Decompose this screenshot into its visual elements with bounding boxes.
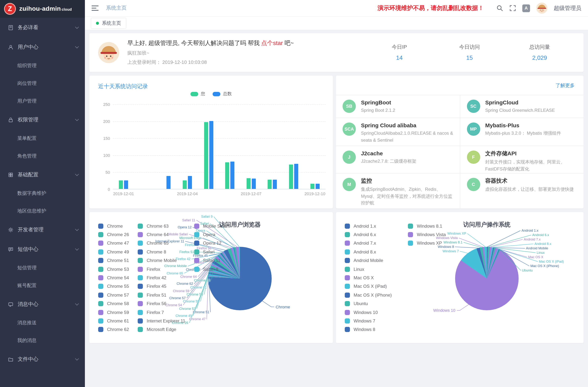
- tech-item[interactable]: SBSpringBootSpring Boot 2.1.2: [336, 95, 460, 118]
- bar[interactable]: [204, 122, 208, 189]
- bar[interactable]: [310, 184, 314, 189]
- legend-item[interactable]: Opera 12: [194, 239, 229, 248]
- sidebar-item-5[interactable]: 短信中心: [0, 239, 85, 259]
- sidebar-subitem[interactable]: 菜单配置: [0, 129, 85, 147]
- legend-item[interactable]: Mac OS X (iPad): [345, 282, 392, 291]
- legend-item[interactable]: Chrome 54: [98, 274, 129, 282]
- legend-item[interactable]: Android 8.x: [345, 247, 392, 256]
- tech-item[interactable]: JJ2cacheJ2cache2.7.8: 二级缓存框架: [336, 146, 460, 173]
- fullscreen-icon[interactable]: [509, 5, 516, 11]
- bar[interactable]: [289, 164, 293, 189]
- legend-item[interactable]: Windows 8.1: [408, 222, 446, 230]
- sidebar-item-3[interactable]: 基础配置: [0, 165, 85, 184]
- tech-item[interactable]: SCSpringCloudSpring Cloud Greenwich.RELE…: [460, 95, 584, 118]
- legend-item[interactable]: Chrome 59: [98, 308, 129, 317]
- legend-item[interactable]: Windows XP: [408, 239, 446, 248]
- legend-item[interactable]: Firefox 56: [138, 299, 185, 308]
- legend-item[interactable]: Chrome 51: [98, 256, 129, 265]
- bar[interactable]: [268, 180, 272, 189]
- legend-item[interactable]: Safari: [194, 247, 229, 256]
- learn-more-link[interactable]: 了解更多: [556, 82, 575, 89]
- legend-item[interactable]: Chrome 53: [98, 265, 129, 274]
- legend-item[interactable]: Chrome Mobile: [138, 256, 185, 265]
- legend-item[interactable]: Chrome 57: [98, 291, 129, 299]
- legend-item[interactable]: Chrome 63: [138, 222, 185, 230]
- bar[interactable]: [247, 178, 251, 189]
- sidebar-item-6[interactable]: 消息中心: [0, 294, 85, 314]
- legend-item[interactable]: Safari 11: [194, 256, 229, 265]
- legend-item[interactable]: Windows 7: [345, 317, 392, 326]
- sidebar-item-2[interactable]: 权限管理: [0, 110, 85, 129]
- legend-item[interactable]: Chrome 65: [138, 239, 185, 248]
- legend-item[interactable]: Chrome 26: [98, 230, 129, 239]
- star-link[interactable]: 点个star: [261, 40, 283, 46]
- legend-item[interactable]: Chrome 47: [98, 239, 129, 248]
- legend-item[interactable]: Opera: [194, 230, 229, 239]
- legend-item[interactable]: Linux: [345, 265, 392, 274]
- sidebar-subitem[interactable]: 角色管理: [0, 147, 85, 165]
- sidebar-subitem[interactable]: 用户管理: [0, 92, 85, 110]
- pie-chart[interactable]: [455, 247, 519, 310]
- bar[interactable]: [252, 179, 256, 189]
- bar[interactable]: [273, 180, 277, 189]
- legend-item[interactable]: Android 7.x: [345, 239, 392, 248]
- username-label[interactable]: 超级管理员: [554, 5, 581, 12]
- legend-item[interactable]: Safari 9: [194, 265, 229, 274]
- tab-home[interactable]: 系统主页: [91, 18, 126, 29]
- legend-item[interactable]: Firefox: [138, 265, 185, 274]
- bar[interactable]: [231, 162, 234, 189]
- legend-item[interactable]: Ubuntu: [345, 299, 392, 308]
- legend-item[interactable]: Firefox 45: [138, 282, 185, 291]
- legend-item[interactable]: 您: [190, 91, 205, 97]
- legend-item[interactable]: Windows Vista: [408, 230, 446, 239]
- legend-item[interactable]: Mac OS X (iPhone): [345, 291, 392, 299]
- sidebar-subitem[interactable]: 短信管理: [0, 259, 85, 277]
- sidebar-subitem[interactable]: 地区信息维护: [0, 202, 85, 220]
- tech-item[interactable]: MPMybatis-PlusMybatis-plus 3.2.0： Mybati…: [460, 118, 584, 146]
- sidebar-subitem[interactable]: 岗位管理: [0, 75, 85, 92]
- legend-item[interactable]: Chrome 62: [98, 325, 129, 334]
- legend-item[interactable]: Firefox 7: [138, 308, 185, 317]
- tech-item[interactable]: F文件存储API封装文件接口，实现本地存储、阿里云、FastDFS存储的配置化: [460, 146, 584, 173]
- legend-item[interactable]: Firefox 42: [138, 274, 185, 282]
- bar[interactable]: [294, 164, 298, 189]
- legend-item[interactable]: Android 6.x: [345, 230, 392, 239]
- sidebar-subitem[interactable]: 数据字典维护: [0, 184, 85, 202]
- legend-item[interactable]: Chrome 61: [98, 317, 129, 326]
- tech-item[interactable]: SCASpring Cloud alibabaSpringCloudAlibab…: [336, 118, 460, 146]
- legend-item[interactable]: Chrome 55: [98, 282, 129, 291]
- sidebar-item-0[interactable]: 务必详看: [0, 18, 85, 37]
- bar[interactable]: [124, 180, 128, 189]
- legend-item[interactable]: Chrome: [98, 222, 129, 230]
- legend-item[interactable]: 总数: [213, 91, 232, 97]
- bar[interactable]: [209, 121, 213, 189]
- search-icon[interactable]: [496, 5, 503, 11]
- bar[interactable]: [225, 163, 230, 189]
- sidebar-subitem[interactable]: 我的消息: [0, 332, 85, 349]
- tech-item[interactable]: M监控集成SpringBootAdmin、Zipkin、Redis、Mysql、…: [336, 173, 460, 208]
- tech-item[interactable]: C容器技术虚拟化容器技术，让迁移、部署更加方便快捷: [460, 173, 584, 208]
- menu-toggle-icon[interactable]: [92, 5, 99, 11]
- legend-item[interactable]: Chrome 49: [98, 247, 129, 256]
- legend-item[interactable]: Firefox 51: [138, 291, 185, 299]
- sidebar-subitem[interactable]: 消息推送: [0, 314, 85, 332]
- legend-item[interactable]: Windows 10: [345, 308, 392, 317]
- legend-item[interactable]: Android 1.x: [345, 222, 392, 230]
- legend-item[interactable]: Internet Explorer 11: [138, 317, 185, 326]
- sidebar-item-7[interactable]: 文件中心: [0, 349, 85, 369]
- sidebar-item-4[interactable]: 开发者管理: [0, 220, 85, 239]
- legend-item[interactable]: Chrome 64: [138, 230, 185, 239]
- sidebar-subitem[interactable]: 组织管理: [0, 57, 85, 75]
- sidebar-item-1[interactable]: 用户中心: [0, 37, 85, 57]
- legend-item[interactable]: Windows 8: [345, 325, 392, 334]
- sidebar-subitem[interactable]: 账号配置: [0, 277, 85, 294]
- legend-item[interactable]: Microsoft Edge: [138, 325, 185, 334]
- legend-item[interactable]: Mac OS X: [345, 274, 392, 282]
- legend-item[interactable]: Chrome 58: [98, 299, 129, 308]
- legend-item[interactable]: Android Mobile: [345, 256, 392, 265]
- bar[interactable]: [315, 184, 319, 189]
- legend-item[interactable]: Chrome 8: [138, 247, 185, 256]
- app-logo[interactable]: Z zuihou-admincloud: [0, 0, 85, 18]
- font-size-button[interactable]: A: [522, 4, 530, 12]
- bar[interactable]: [183, 180, 187, 189]
